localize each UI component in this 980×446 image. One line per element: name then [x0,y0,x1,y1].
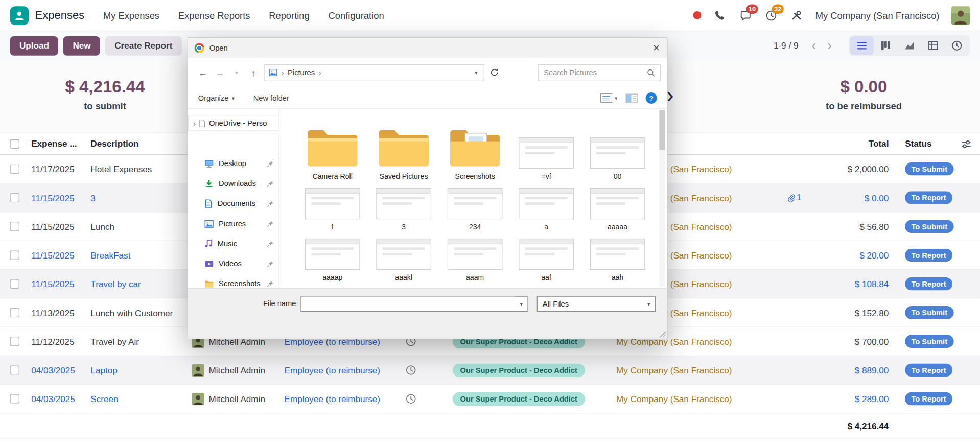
header-total[interactable]: Total [806,138,893,149]
image-item[interactable]: 3 [368,188,439,230]
sidebar-item-videos[interactable]: Videos [188,253,278,273]
menu-configuration[interactable]: Configuration [328,10,384,21]
organize-button[interactable]: Organize▾ [198,93,235,102]
new-folder-button[interactable]: New folder [253,93,289,102]
activities-icon[interactable]: 32 [764,9,778,22]
status-badge: To Submit [905,306,953,319]
company-switcher[interactable]: My Company (San Francisco) [815,10,940,21]
row-checkbox[interactable] [10,279,19,289]
image-item[interactable]: aah [582,239,653,281]
forward-icon[interactable]: → [211,67,228,78]
create-report-button[interactable]: Create Report [105,36,182,55]
pivot-view-button[interactable] [921,36,945,55]
cell-paid-by: Employee (to reimburse) [279,365,390,375]
image-thumbnail [448,239,503,270]
header-status[interactable]: Status [901,138,970,149]
image-item[interactable]: 00 [582,116,653,180]
user-avatar[interactable] [951,6,970,25]
dialog-sidebar: › OneDrive - Perso DesktopDownloadsDocum… [188,109,279,288]
select-all-checkbox[interactable] [10,139,19,148]
expander-icon[interactable]: › [193,119,196,128]
new-button[interactable]: New [63,36,100,55]
menu-my-expenses[interactable]: My Expenses [103,10,159,21]
file-name-input[interactable] [301,297,515,311]
sidebar-item-onedrive[interactable]: › OneDrive - Perso [188,115,278,131]
resize-grip[interactable] [659,331,665,337]
file-name-dropdown-icon[interactable]: ▾ [515,297,527,311]
sidebar-item-downloads[interactable]: Downloads [188,174,278,194]
row-checkbox[interactable] [10,394,19,404]
cell-activity[interactable] [390,393,431,404]
file-browser-pane: Camera RollSaved PicturesScreenshots=vf0… [279,109,667,288]
up-icon[interactable]: ↑ [245,67,262,78]
activities-badge: 32 [772,4,784,13]
pager-previous-icon[interactable]: ‹ [806,39,822,53]
sidebar-item-documents[interactable]: Documents [188,194,278,214]
history-chevron-icon[interactable]: ▾ [228,69,245,76]
folder-item[interactable]: Saved Pictures [368,116,439,180]
header-expense-date[interactable]: Expense ... [25,138,85,149]
list-footer-row: $ 4,216.44 [0,413,980,438]
list-view-button[interactable] [850,36,874,55]
cell-activity[interactable] [390,365,431,375]
folder-item[interactable]: Camera Roll [297,116,368,180]
pager-next-icon[interactable]: › [822,39,837,53]
activity-clock-icon [405,365,416,375]
graph-view-button[interactable] [898,36,921,55]
to-reimburse-amount: $ 0.00 [782,78,945,97]
view-mode-icon[interactable]: ▾ [600,93,618,103]
row-checkbox[interactable] [10,193,19,202]
to-submit-amount: $ 4,216.44 [24,78,186,97]
address-dropdown-icon[interactable]: ▾ [472,69,480,76]
sidebar-item-pictures[interactable]: Pictures [188,214,278,233]
help-icon[interactable]: ? [646,92,657,104]
messages-icon[interactable]: 10 [738,9,752,22]
activity-view-button[interactable] [945,36,968,55]
sidebar-item-desktop[interactable]: Desktop [188,154,278,174]
row-checkbox[interactable] [10,337,19,346]
expenses-app-icon[interactable] [10,6,29,25]
row-checkbox[interactable] [10,165,19,174]
header-description[interactable]: Description [85,138,185,149]
image-item[interactable]: aaaap [297,239,368,281]
address-bar[interactable]: › Pictures › ▾ [264,64,484,81]
phone-icon[interactable] [713,9,727,22]
upload-button[interactable]: Upload [10,36,59,55]
scrollbar-thumb[interactable] [659,110,665,150]
image-item[interactable]: 234 [439,188,510,230]
table-row[interactable]: 04/03/2025LaptopMitchell AdminEmployee (… [0,356,980,385]
folder-item[interactable]: Screenshots [439,116,510,180]
search-input[interactable] [544,68,647,77]
sidebar-item-screenshots[interactable]: Screenshots [188,274,278,288]
image-item[interactable]: 1 [297,188,368,230]
preview-pane-icon[interactable] [625,93,637,103]
optional-columns-icon[interactable] [961,139,971,150]
close-icon[interactable]: × [646,38,667,58]
refresh-icon[interactable] [486,68,503,77]
row-checkbox[interactable] [10,250,19,260]
menu-expense-reports[interactable]: Expense Reports [178,10,250,21]
search-icon[interactable] [647,68,655,77]
row-checkbox[interactable] [10,222,19,231]
table-row[interactable]: 04/03/2025ScreenMitchell AdminEmployee (… [0,385,980,413]
dialog-titlebar[interactable]: Open × [188,38,667,58]
image-item[interactable]: aaaaa [582,188,653,230]
image-item[interactable]: aaf [510,239,581,281]
row-checkbox[interactable] [10,308,19,317]
scrollbar[interactable] [659,110,665,287]
back-icon[interactable]: ← [194,67,211,78]
address-path-segment[interactable]: Pictures [288,68,315,77]
record-indicator-icon[interactable] [693,11,701,19]
folder-icon [448,127,502,169]
sidebar-item-music[interactable]: Music [188,233,278,253]
kanban-view-button[interactable] [874,36,897,55]
menu-reporting[interactable]: Reporting [269,10,310,21]
file-type-select[interactable]: All Files ▾ [537,296,656,312]
employee-avatar [192,392,204,405]
image-item[interactable]: =vf [510,116,581,180]
row-checkbox[interactable] [10,365,19,374]
image-item[interactable]: aaam [439,239,510,281]
tools-icon[interactable] [790,9,804,22]
image-item[interactable]: a [510,188,581,230]
image-item[interactable]: aaakl [368,239,439,281]
